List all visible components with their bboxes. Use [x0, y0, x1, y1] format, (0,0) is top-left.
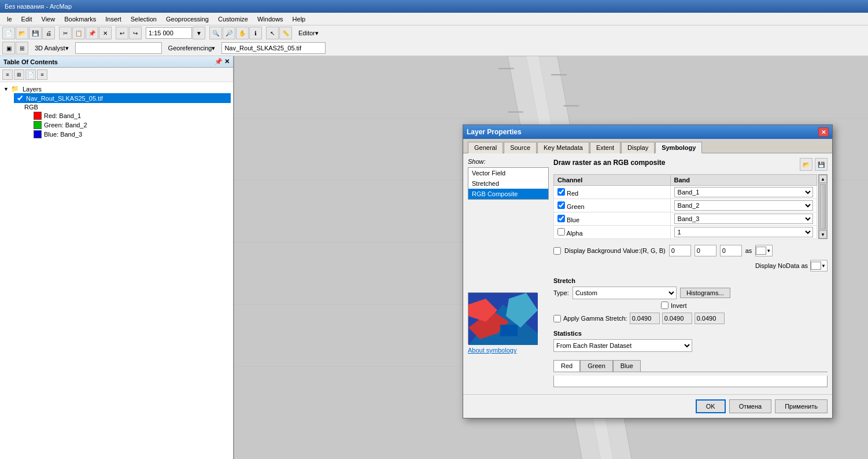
show-rgb-composite[interactable]: RGB Composite [468, 189, 548, 199]
tb-undo[interactable]: ↩ [116, 27, 128, 39]
nodata-color-swatch-btn[interactable]: ▼ [810, 260, 828, 271]
green-color-box [34, 121, 42, 129]
show-label: Show: [468, 158, 549, 165]
layer-properties-dialog[interactable]: Layer Properties ✕ General Source Key Me… [463, 124, 833, 418]
tab-extent[interactable]: Extent [590, 142, 620, 153]
gamma-checkbox[interactable] [553, 315, 561, 322]
red-band-select[interactable]: Band_1 Band_2 Band_3 [674, 187, 813, 197]
tb-save[interactable]: 💾 [29, 27, 42, 39]
toc-source-btn[interactable]: 📄 [25, 69, 36, 80]
blue-channel-checkbox[interactable] [557, 215, 565, 222]
cancel-button[interactable]: Отмена [729, 399, 771, 413]
layers-expand-icon[interactable]: ▼ [3, 86, 9, 92]
menu-selection[interactable]: Selection [126, 14, 161, 24]
menu-customize[interactable]: Customize [213, 14, 253, 24]
georef-label[interactable]: Georeferencing▾ [166, 43, 218, 53]
alpha-channel-checkbox[interactable] [557, 228, 565, 236]
apply-button[interactable]: Применить [775, 399, 828, 413]
sub-tab-blue[interactable]: Blue [613, 360, 641, 372]
bg-g-input[interactable] [695, 245, 716, 256]
channel-red-row: Red Band_1 Band_2 Band_3 [554, 186, 817, 199]
stretch-type-select[interactable]: None Standard Deviations Minimum Maximum… [572, 287, 677, 299]
toc-options-btn[interactable]: ≡ [37, 69, 47, 80]
alpha-band-select[interactable]: 1 [674, 227, 813, 237]
toc-band-red: Red: Band_1 [32, 111, 231, 120]
tb-zoom-out[interactable]: 🔎 [223, 27, 235, 39]
tb-new[interactable]: 📄 [2, 27, 15, 39]
red-channel-checkbox[interactable] [557, 188, 565, 196]
tab-general[interactable]: General [468, 142, 503, 153]
show-vector-field[interactable]: Vector Field [468, 168, 548, 178]
channel-table-scrollbar[interactable]: ▲ ▼ [818, 174, 828, 239]
channel-header: Channel [554, 175, 671, 186]
menu-windows[interactable]: Windows [253, 14, 288, 24]
tb-copy[interactable]: 📋 [72, 27, 85, 39]
tb-measure[interactable]: 📏 [279, 27, 292, 39]
tb-scale-dropdown[interactable]: ▼ [193, 27, 205, 39]
tab-display[interactable]: Display [621, 142, 655, 153]
about-symbology-link[interactable]: About symbology [468, 347, 516, 354]
statistics-select[interactable]: From Each Raster Dataset From Current Di… [553, 339, 692, 352]
green-channel-checkbox[interactable] [557, 201, 565, 209]
nav-layer-checkbox[interactable] [16, 94, 24, 102]
analyst-label[interactable]: 3D Analyst▾ [32, 43, 71, 53]
tb-pan[interactable]: ✋ [236, 27, 249, 39]
nav-layer-label: Nav_Rout_SLKAS25_05.tif [26, 95, 103, 102]
scroll-up-arrow[interactable]: ▲ [819, 175, 827, 183]
bg-r-input[interactable] [669, 245, 691, 256]
load-style-btn[interactable]: 📂 [800, 158, 812, 171]
gamma-b-input[interactable] [695, 313, 725, 324]
dialog-titlebar: Layer Properties ✕ [463, 125, 832, 139]
toc-list-view-btn[interactable]: ≡ [2, 69, 13, 80]
tb-3d-btn[interactable]: ▣ [2, 42, 15, 54]
tb-zoom-in[interactable]: 🔍 [209, 27, 222, 39]
toc-group-btn[interactable]: ⊞ [14, 69, 24, 80]
gamma-g-input[interactable] [662, 313, 692, 324]
bg-color-swatch-btn[interactable]: ▼ [755, 245, 773, 256]
save-style-btn[interactable]: 💾 [815, 158, 828, 171]
svg-rect-32 [500, 325, 518, 336]
toc-close-icon[interactable]: ✕ [224, 58, 230, 65]
green-band-select[interactable]: Band_1 Band_2 Band_3 [674, 200, 813, 211]
menu-insert[interactable]: Insert [101, 14, 126, 24]
menu-le[interactable]: le [2, 14, 17, 24]
menu-help[interactable]: Help [288, 14, 311, 24]
ok-button[interactable]: OK [696, 399, 726, 413]
tb-open[interactable]: 📂 [16, 27, 28, 39]
tb-select[interactable]: ↖ [266, 27, 279, 39]
toc-nav-layer[interactable]: Nav_Rout_SLKAS25_05.tif [14, 93, 231, 103]
tab-source[interactable]: Source [504, 142, 537, 153]
tb-identify[interactable]: ℹ [249, 27, 262, 39]
editor-label[interactable]: Editor▾ [296, 28, 321, 38]
bg-b-input[interactable] [720, 245, 742, 256]
tb-cut[interactable]: ✂ [59, 27, 72, 39]
tb-grid[interactable]: ⊞ [16, 42, 28, 54]
blue-band-select[interactable]: Band_1 Band_2 Band_3 [674, 214, 813, 224]
dialog-close-button[interactable]: ✕ [818, 127, 829, 137]
tab-key-metadata[interactable]: Key Metadata [537, 142, 589, 153]
scale-input[interactable] [146, 27, 192, 39]
bg-value-checkbox[interactable] [553, 247, 561, 255]
scroll-thumb[interactable] [820, 184, 826, 229]
histograms-button[interactable]: Histograms... [680, 288, 730, 298]
menu-bookmarks[interactable]: Bookmarks [60, 14, 101, 24]
menu-geoprocessing[interactable]: Geoprocessing [161, 14, 213, 24]
tab-symbology[interactable]: Symbology [655, 142, 702, 153]
show-stretched[interactable]: Stretched [468, 178, 548, 189]
menu-edit[interactable]: Edit [17, 14, 37, 24]
invert-checkbox[interactable] [661, 302, 668, 309]
analyst-input[interactable] [75, 42, 162, 54]
gamma-r-input[interactable] [630, 313, 660, 324]
layer-input[interactable] [221, 42, 326, 54]
tb-print[interactable]: 🖨 [42, 27, 55, 39]
toc-pin-icon[interactable]: 📌 [215, 58, 223, 65]
invert-label: Invert [671, 302, 687, 309]
menu-view[interactable]: View [37, 14, 60, 24]
sub-tab-red[interactable]: Red [553, 360, 580, 372]
stats-section: Statistics From Each Raster Dataset From… [553, 330, 828, 352]
tb-paste[interactable]: 📌 [86, 27, 98, 39]
tb-delete[interactable]: ✕ [99, 27, 112, 39]
sub-tab-green[interactable]: Green [580, 360, 613, 372]
scroll-down-arrow[interactable]: ▼ [819, 230, 827, 238]
tb-redo[interactable]: ↪ [129, 27, 142, 39]
